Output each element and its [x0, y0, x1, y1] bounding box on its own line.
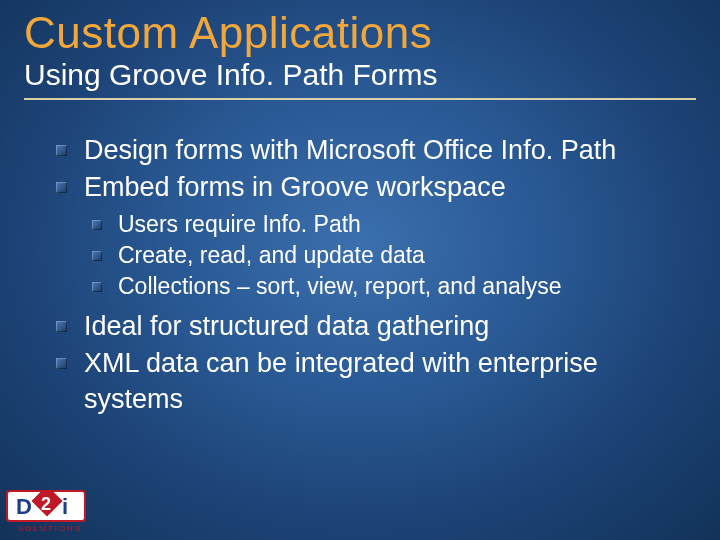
title-divider [24, 98, 696, 100]
brand-logo: D 2 i SOLUTIONS [6, 490, 98, 534]
logo-number: 2 [41, 494, 51, 514]
list-item: Embed forms in Groove workspace Users re… [56, 169, 696, 303]
sub-bullet-list: Users require Info. Path Create, read, a… [92, 209, 696, 302]
logo-tagline: SOLUTIONS [18, 524, 82, 533]
slide: Custom Applications Using Groove Info. P… [0, 0, 720, 540]
bullet-text: Embed forms in Groove workspace [84, 172, 506, 202]
logo-icon: D 2 i SOLUTIONS [6, 490, 98, 534]
bullet-text: Collections – sort, view, report, and an… [118, 273, 562, 299]
list-item: Design forms with Microsoft Office Info.… [56, 132, 696, 168]
list-item: Collections – sort, view, report, and an… [92, 271, 696, 302]
slide-subtitle: Using Groove Info. Path Forms [24, 58, 696, 92]
bullet-text: Create, read, and update data [118, 242, 425, 268]
bullet-list: Design forms with Microsoft Office Info.… [56, 132, 696, 417]
bullet-text: Users require Info. Path [118, 211, 361, 237]
bullet-text: Design forms with Microsoft Office Info.… [84, 135, 616, 165]
slide-title: Custom Applications [24, 10, 696, 56]
bullet-text: XML data can be integrated with enterpri… [84, 348, 598, 414]
bullet-text: Ideal for structured data gathering [84, 311, 489, 341]
list-item: Create, read, and update data [92, 240, 696, 271]
logo-letter-d: D [16, 494, 32, 519]
logo-letter-i: i [62, 494, 68, 519]
list-item: Users require Info. Path [92, 209, 696, 240]
list-item: Ideal for structured data gathering [56, 308, 696, 344]
slide-content: Design forms with Microsoft Office Info.… [24, 132, 696, 417]
list-item: XML data can be integrated with enterpri… [56, 345, 696, 418]
